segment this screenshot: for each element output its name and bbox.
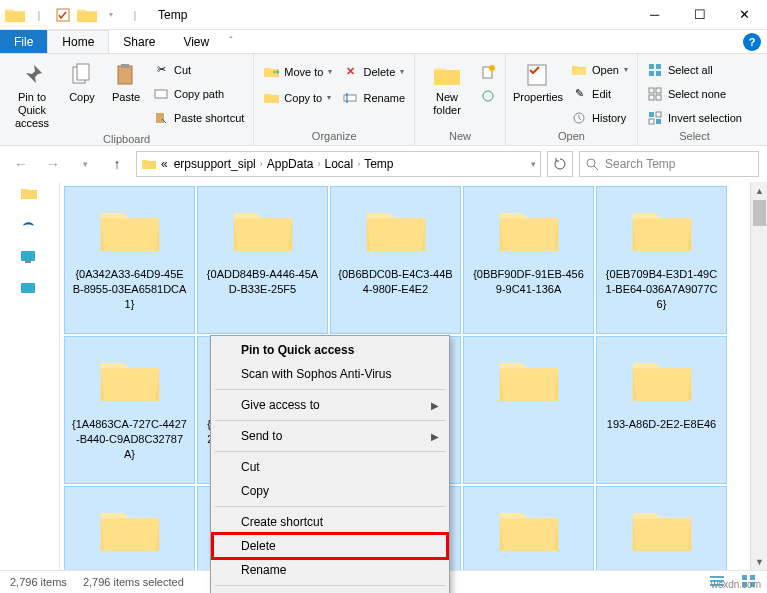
svg-point-11 xyxy=(483,91,493,101)
pin-quick-access-button[interactable]: Pin to Quick access xyxy=(6,57,58,131)
menu-properties[interactable]: Properties xyxy=(213,589,447,593)
folder-icon xyxy=(629,355,695,407)
menu-send-to[interactable]: Send to▶ xyxy=(213,424,447,448)
new-item-icon xyxy=(480,64,496,80)
menu-separator xyxy=(215,585,445,586)
folder-item[interactable]: {0EB709B4-E3D1-49C1-BE64-036A7A9077C6} xyxy=(596,186,727,334)
search-box[interactable]: Search Temp xyxy=(579,151,759,177)
collapse-ribbon-icon[interactable]: ˆ xyxy=(223,36,238,47)
history-button[interactable]: History xyxy=(568,107,631,128)
tab-file[interactable]: File xyxy=(0,30,47,53)
paste-button[interactable]: Paste xyxy=(106,57,146,104)
qat-dropdown-icon[interactable]: ▾ xyxy=(100,4,122,26)
open-button[interactable]: Open ▾ xyxy=(568,59,631,80)
minimize-button[interactable]: ─ xyxy=(632,0,677,30)
close-button[interactable]: ✕ xyxy=(722,0,767,30)
menu-rename[interactable]: Rename xyxy=(213,558,447,582)
properties-icon xyxy=(524,61,552,89)
recent-locations-button[interactable]: ▾ xyxy=(72,151,98,177)
folder-item[interactable]: {0ADD84B9-A446-45AD-B33E-25F5 xyxy=(197,186,328,334)
breadcrumb-item[interactable]: Local xyxy=(322,157,355,171)
vertical-scrollbar[interactable]: ▲ ▼ xyxy=(750,182,767,570)
folder-item[interactable]: 193-A86D-2E2-E8E46 xyxy=(596,336,727,484)
menu-give-access[interactable]: Give access to▶ xyxy=(213,393,447,417)
select-all-button[interactable]: Select all xyxy=(644,59,745,80)
svg-point-10 xyxy=(489,65,495,71)
pin-icon xyxy=(18,61,46,89)
copy-button[interactable]: Copy xyxy=(62,57,102,104)
menu-delete[interactable]: Delete xyxy=(213,534,447,558)
menu-pin-quick-access[interactable]: Pin to Quick access xyxy=(213,338,447,362)
rename-button[interactable]: Rename xyxy=(339,87,408,108)
folder-item[interactable]: {1A4863CA-727C-4427-B440-C9AD8C32787A} xyxy=(64,336,195,484)
properties-icon[interactable] xyxy=(52,4,74,26)
forward-button[interactable]: → xyxy=(40,151,66,177)
folder-item[interactable]: {0BBF90DF-91EB-4569-9C41-136A xyxy=(463,186,594,334)
history-label: History xyxy=(592,112,626,124)
refresh-button[interactable] xyxy=(547,151,573,177)
scroll-up-button[interactable]: ▲ xyxy=(751,182,767,199)
folder-item[interactable] xyxy=(596,486,727,570)
copy-label: Copy xyxy=(69,91,95,104)
navigation-pane[interactable] xyxy=(0,182,60,570)
nav-item[interactable] xyxy=(20,218,44,234)
ribbon: Pin to Quick access Copy Paste ✂Cut Copy… xyxy=(0,54,767,146)
edit-button[interactable]: ✎Edit xyxy=(568,83,631,104)
nav-item[interactable] xyxy=(20,282,44,298)
back-button[interactable]: ← xyxy=(8,151,34,177)
copy-path-button[interactable]: Copy path xyxy=(150,83,247,104)
delete-button[interactable]: ✕Delete ▾ xyxy=(339,61,408,82)
breadcrumb-item[interactable]: Temp xyxy=(362,157,395,171)
nav-item[interactable] xyxy=(20,186,44,202)
organize-group-label: Organize xyxy=(260,128,408,145)
new-folder-icon xyxy=(433,61,461,89)
easy-access-button[interactable] xyxy=(477,85,499,106)
maximize-button[interactable]: ☐ xyxy=(677,0,722,30)
breadcrumb-dropdown[interactable]: ▾ xyxy=(531,159,536,169)
folder-item[interactable]: {0B6BDC0B-E4C3-44B4-980F-E4E2 xyxy=(330,186,461,334)
menu-scan-sophos[interactable]: Scan with Sophos Anti-Virus xyxy=(213,362,447,386)
properties-label: Properties xyxy=(513,91,563,104)
breadcrumb[interactable]: « erpsupport_sipl› AppData› Local› Temp … xyxy=(136,151,541,177)
select-none-button[interactable]: Select none xyxy=(644,83,745,104)
clipboard-group-label: Clipboard xyxy=(6,131,247,148)
menu-label: Send to xyxy=(241,429,282,443)
scroll-thumb[interactable] xyxy=(753,200,766,226)
breadcrumb-overflow[interactable]: « xyxy=(159,157,170,171)
select-group-label: Select xyxy=(644,128,745,145)
scroll-down-button[interactable]: ▼ xyxy=(751,553,767,570)
menu-copy[interactable]: Copy xyxy=(213,479,447,503)
tab-view[interactable]: View xyxy=(169,30,223,53)
help-icon[interactable]: ? xyxy=(743,33,761,51)
svg-rect-28 xyxy=(21,251,35,261)
cut-button[interactable]: ✂Cut xyxy=(150,59,247,80)
ribbon-group-open: Properties Open ▾ ✎Edit History Open xyxy=(506,54,638,145)
submenu-arrow-icon: ▶ xyxy=(431,431,439,442)
breadcrumb-item[interactable]: AppData xyxy=(265,157,316,171)
search-placeholder: Search Temp xyxy=(605,157,675,171)
folder-item[interactable] xyxy=(463,336,594,484)
new-folder-button[interactable]: New folder xyxy=(421,57,473,117)
status-item-count: 2,796 items xyxy=(10,576,67,588)
new-folder-label: New folder xyxy=(421,91,473,117)
paste-shortcut-button[interactable]: Paste shortcut xyxy=(150,107,247,128)
ribbon-group-new: New folder New xyxy=(415,54,506,145)
folder-icon[interactable] xyxy=(4,4,26,26)
tab-home[interactable]: Home xyxy=(47,30,109,53)
paste-shortcut-icon xyxy=(153,110,169,126)
folder-item[interactable] xyxy=(463,486,594,570)
properties-button[interactable]: Properties xyxy=(512,57,564,104)
breadcrumb-item[interactable]: erpsupport_sipl xyxy=(172,157,258,171)
invert-selection-button[interactable]: Invert selection xyxy=(644,107,745,128)
new-item-button[interactable] xyxy=(477,61,499,82)
copy-to-button[interactable]: Copy to ▾ xyxy=(260,87,335,108)
menu-cut[interactable]: Cut xyxy=(213,455,447,479)
move-to-button[interactable]: Move to ▾ xyxy=(260,61,335,82)
folder-item[interactable]: {0A342A33-64D9-45EB-8955-03EA6581DCA1} xyxy=(64,186,195,334)
folder-item[interactable]: {1C06A2BF-BD79-42B5-A90D-79D0DB3B9EAF} xyxy=(64,486,195,570)
menu-create-shortcut[interactable]: Create shortcut xyxy=(213,510,447,534)
folder-icon xyxy=(363,205,429,257)
nav-item[interactable] xyxy=(20,250,44,266)
tab-share[interactable]: Share xyxy=(109,30,169,53)
up-button[interactable]: ↑ xyxy=(104,151,130,177)
